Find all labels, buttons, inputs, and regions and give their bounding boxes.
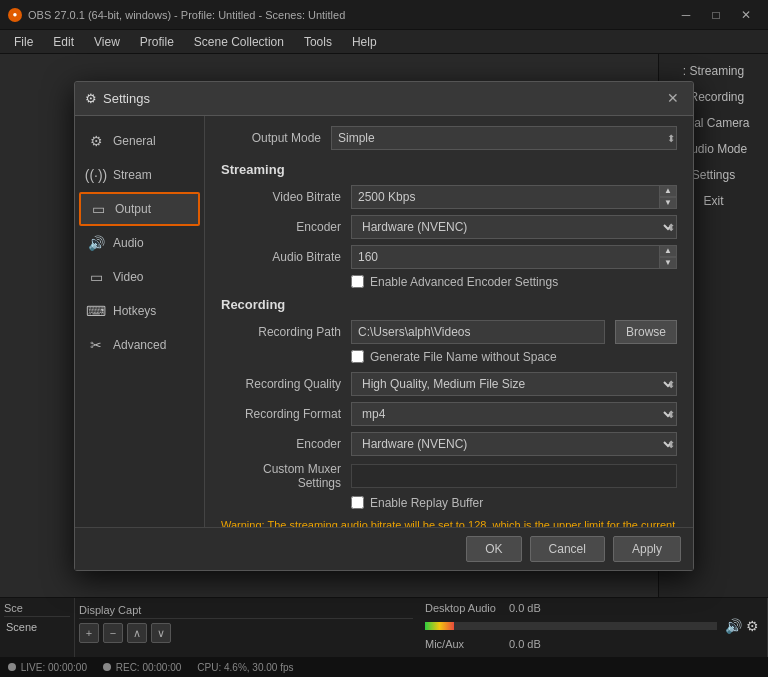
output-mode-row: Output Mode Simple Advanced (221, 126, 677, 150)
ok-button[interactable]: OK (466, 536, 521, 562)
sidebar-label-general: General (113, 134, 156, 148)
enable-replay-label: Enable Replay Buffer (370, 496, 483, 510)
enable-advanced-encoder-checkbox[interactable] (351, 275, 364, 288)
encoder-label: Encoder (221, 220, 341, 234)
video-bitrate-control: ▲ ▼ (351, 185, 677, 209)
apply-button[interactable]: Apply (613, 536, 681, 562)
video-icon: ▭ (87, 268, 105, 286)
sidebar-item-audio[interactable]: 🔊 Audio (75, 226, 204, 260)
settings-modal: ⚙ Settings ✕ ⚙ General ((·)) Stream (74, 81, 694, 571)
window-title: OBS 27.0.1 (64-bit, windows) - Profile: … (28, 9, 345, 21)
desktop-audio-value: 0.0 dB (509, 602, 541, 614)
menu-scene-collection[interactable]: Scene Collection (184, 30, 294, 53)
recording-path-row: Recording Path Browse (221, 320, 677, 344)
enable-replay-row: Enable Replay Buffer (221, 496, 677, 510)
browse-button[interactable]: Browse (615, 320, 677, 344)
video-bitrate-input[interactable] (351, 185, 659, 209)
sidebar-label-stream: Stream (113, 168, 152, 182)
mic-row: Mic/Aux 0.0 dB (425, 638, 759, 650)
sidebar-item-hotkeys[interactable]: ⌨ Hotkeys (75, 294, 204, 328)
output-mode-select[interactable]: Simple Advanced (331, 126, 677, 150)
stream-icon: ((·)) (87, 166, 105, 184)
main-area: : Streaming : Recording irtual Camera St… (0, 54, 768, 597)
advanced-icon: ✂ (87, 336, 105, 354)
recording-format-label: Recording Format (221, 407, 341, 421)
desktop-audio-meter-fill (425, 622, 454, 630)
custom-muxer-row: Custom Muxer Settings (221, 462, 677, 490)
desktop-audio-meter (425, 622, 717, 630)
video-bitrate-spinners: ▲ ▼ (659, 185, 677, 209)
sidebar-item-general[interactable]: ⚙ General (75, 124, 204, 158)
sidebar-item-stream[interactable]: ((·)) Stream (75, 158, 204, 192)
cpu-label: CPU: 4.6%, 30.00 fps (197, 662, 293, 673)
recording-quality-select[interactable]: High Quality, Medium File Size (351, 372, 677, 396)
audio-bitrate-up[interactable]: ▲ (659, 245, 677, 257)
hotkeys-icon: ⌨ (87, 302, 105, 320)
audio-bitrate-down[interactable]: ▼ (659, 257, 677, 269)
video-bitrate-row: Video Bitrate ▲ ▼ (221, 185, 677, 209)
menu-edit[interactable]: Edit (43, 30, 84, 53)
modal-body: ⚙ General ((·)) Stream ▭ Output 🔊 Audio (75, 116, 693, 527)
audio-bitrate-spinners: ▲ ▼ (659, 245, 677, 269)
menu-profile[interactable]: Profile (130, 30, 184, 53)
generate-file-checkbox[interactable] (351, 350, 364, 363)
close-button[interactable]: ✕ (732, 4, 760, 26)
encoder2-select[interactable]: Hardware (NVENC) (351, 432, 677, 456)
video-bitrate-up[interactable]: ▲ (659, 185, 677, 197)
video-bitrate-down[interactable]: ▼ (659, 197, 677, 209)
settings-content: Output Mode Simple Advanced Streaming Vi… (205, 116, 693, 527)
menu-help[interactable]: Help (342, 30, 387, 53)
mic-value: 0.0 dB (509, 638, 541, 650)
scene-controls: + − ∧ ∨ (79, 623, 413, 643)
recording-quality-label: Recording Quality (221, 377, 341, 391)
title-bar-left: ● OBS 27.0.1 (64-bit, windows) - Profile… (8, 8, 345, 22)
add-scene-btn[interactable]: + (79, 623, 99, 643)
recording-format-select[interactable]: mp4 (351, 402, 677, 426)
sidebar-label-advanced: Advanced (113, 338, 166, 352)
modal-close-button[interactable]: ✕ (663, 88, 683, 108)
audio-bitrate-input[interactable] (351, 245, 659, 269)
modal-header: ⚙ Settings ✕ (75, 82, 693, 116)
modal-title-text: Settings (103, 91, 150, 106)
custom-muxer-input[interactable] (351, 464, 677, 488)
sidebar-label-video: Video (113, 270, 143, 284)
audio-bitrate-control: ▲ ▼ (351, 245, 677, 269)
video-bitrate-label: Video Bitrate (221, 190, 341, 204)
output-icon: ▭ (89, 200, 107, 218)
settings-sidebar: ⚙ General ((·)) Stream ▭ Output 🔊 Audio (75, 116, 205, 527)
generate-file-row: Generate File Name without Space (221, 350, 677, 364)
rec-status: REC: 00:00:00 (103, 662, 181, 673)
maximize-button[interactable]: □ (702, 4, 730, 26)
cancel-button[interactable]: Cancel (530, 536, 605, 562)
sidebar-label-hotkeys: Hotkeys (113, 304, 156, 318)
recording-format-row: Recording Format mp4 (221, 402, 677, 426)
enable-advanced-encoder-row: Enable Advanced Encoder Settings (221, 275, 677, 289)
modal-title-area: ⚙ Settings (85, 91, 150, 106)
audio-icon: 🔊 (87, 234, 105, 252)
obs-icon: ● (8, 8, 22, 22)
scene-item[interactable]: Scene (4, 619, 70, 635)
sidebar-item-video[interactable]: ▭ Video (75, 260, 204, 294)
move-down-scene-btn[interactable]: ∨ (151, 623, 171, 643)
menu-view[interactable]: View (84, 30, 130, 53)
menu-bar: File Edit View Profile Scene Collection … (0, 30, 768, 54)
sidebar-label-audio: Audio (113, 236, 144, 250)
move-up-scene-btn[interactable]: ∧ (127, 623, 147, 643)
title-bar: ● OBS 27.0.1 (64-bit, windows) - Profile… (0, 0, 768, 30)
enable-replay-checkbox[interactable] (351, 496, 364, 509)
menu-file[interactable]: File (4, 30, 43, 53)
encoder-select[interactable]: Hardware (NVENC) (351, 215, 677, 239)
scenes-label: Sce (4, 602, 23, 614)
general-icon: ⚙ (87, 132, 105, 150)
remove-scene-btn[interactable]: − (103, 623, 123, 643)
encoder2-label: Encoder (221, 437, 341, 451)
modal-footer: OK Cancel Apply (75, 527, 693, 570)
minimize-button[interactable]: ─ (672, 4, 700, 26)
audio-speaker-icon: 🔊 (725, 618, 742, 634)
menu-tools[interactable]: Tools (294, 30, 342, 53)
sidebar-item-advanced[interactable]: ✂ Advanced (75, 328, 204, 362)
audio-settings-icon[interactable]: ⚙ (746, 618, 759, 634)
sidebar-item-output[interactable]: ▭ Output (79, 192, 200, 226)
desktop-audio-row: Desktop Audio 0.0 dB (425, 602, 759, 614)
recording-path-input[interactable] (351, 320, 605, 344)
